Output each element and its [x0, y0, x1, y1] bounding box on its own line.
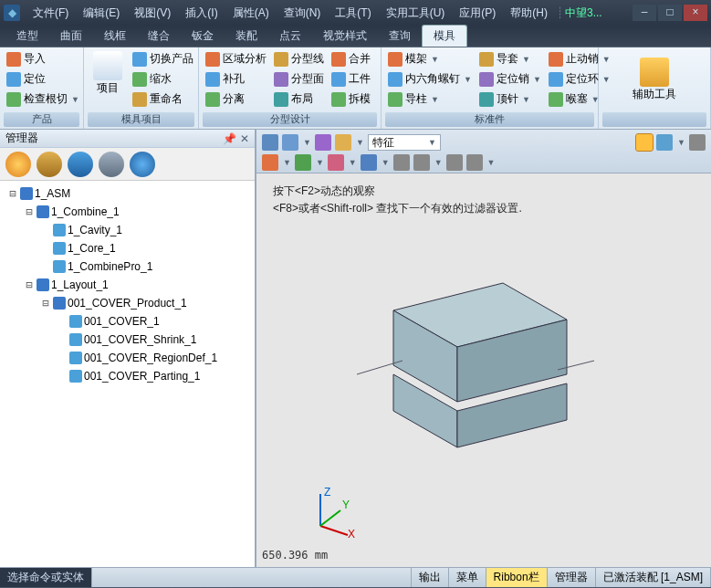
vp-tool-icon[interactable]: [466, 154, 483, 171]
ribbon-button[interactable]: 重命名: [130, 89, 196, 109]
ribbon-tab[interactable]: 线框: [93, 26, 137, 47]
ribbon-button[interactable]: 定位销▼: [476, 69, 544, 89]
ribbon-button[interactable]: 模架▼: [385, 49, 475, 68]
tree-node[interactable]: 1_Cavity_1: [4, 221, 251, 239]
menu-item[interactable]: 文件(F): [26, 4, 76, 23]
vp-tool-icon[interactable]: [295, 154, 311, 171]
tree-node[interactable]: 001_COVER_Shrink_1: [4, 331, 251, 349]
app-logo-icon: ◆: [4, 5, 20, 21]
status-tab[interactable]: 输出: [412, 568, 449, 587]
status-tab[interactable]: 管理器: [548, 568, 596, 587]
tree-node[interactable]: 001_COVER_Parting_1: [4, 367, 251, 385]
ribbon-button[interactable]: 导柱▼: [385, 89, 475, 109]
tree-node[interactable]: 1_Core_1: [4, 239, 251, 257]
ribbon-group-product: 导入定位检查根切▼ 产品: [0, 47, 84, 129]
tree-node[interactable]: 1_CombinePro_1: [4, 257, 251, 276]
close-panel-icon[interactable]: ✕: [240, 132, 249, 145]
filter-select[interactable]: 特征▼: [368, 134, 441, 151]
trophy-icon[interactable]: [37, 152, 62, 177]
status-tab[interactable]: Ribbon栏: [486, 568, 548, 587]
tree-node[interactable]: 001_COVER_RegionDef_1: [4, 349, 251, 367]
ribbon-button[interactable]: 合并: [329, 49, 373, 68]
node-label: 001_COVER_RegionDef_1: [84, 352, 217, 364]
aux-tools-button[interactable]: 辅助工具: [627, 56, 682, 104]
ribbon-tab[interactable]: 查询: [378, 26, 422, 47]
vp-tool-icon[interactable]: [689, 134, 706, 151]
viewport-toolbar: ▼ ▼ 特征▼ ▼ ▼ ▼ ▼ ▼ ▼ ▼: [256, 130, 711, 173]
ribbon-tab[interactable]: 视觉样式: [312, 26, 378, 47]
maximize-button[interactable]: □: [658, 5, 682, 21]
menu-item[interactable]: 插入(I): [178, 4, 225, 23]
vp-tool-icon[interactable]: [361, 154, 377, 171]
group-label: [602, 112, 706, 127]
menu-item[interactable]: 工具(T): [328, 4, 378, 23]
vp-tool-icon[interactable]: [328, 154, 344, 171]
vp-tool-icon[interactable]: [335, 134, 351, 151]
canvas-3d[interactable]: 按下<F2>动态的观察 <F8>或者<Shift-roll> 查找下一个有效的过…: [256, 173, 711, 567]
pin-icon[interactable]: 📌: [223, 132, 236, 145]
ribbon-tab[interactable]: 造型: [5, 26, 49, 47]
ribbon-button[interactable]: 定位: [4, 69, 82, 89]
tree-node[interactable]: ⊟1_Combine_1: [4, 203, 251, 221]
menu-item[interactable]: 属性(A): [225, 4, 277, 23]
menu-item[interactable]: 查询(N): [277, 4, 329, 23]
ribbon-button[interactable]: 布局: [271, 89, 327, 109]
tree-node[interactable]: ⊟001_COVER_Product_1: [4, 294, 251, 312]
expand-icon[interactable]: ⊟: [7, 187, 18, 200]
ribbon-button[interactable]: 导套▼: [476, 49, 544, 68]
menu-item[interactable]: 实用工具(U): [379, 4, 453, 23]
tool-icon: [331, 52, 346, 67]
tool-icon: [549, 52, 563, 67]
glasses-icon[interactable]: [99, 152, 124, 177]
project-button[interactable]: 项目: [88, 49, 128, 98]
vp-tool-icon[interactable]: [315, 134, 331, 151]
assembly-tree[interactable]: ⊟1_ASM⊟1_Combine_11_Cavity_11_Core_11_Co…: [0, 181, 255, 567]
vp-tool-icon[interactable]: [446, 154, 463, 171]
tree-node[interactable]: ⊟1_ASM: [4, 184, 251, 203]
ribbon-button[interactable]: 分型线: [271, 49, 327, 68]
menu-item[interactable]: 应用(P): [452, 4, 503, 23]
menu-item[interactable]: 视图(V): [127, 4, 178, 23]
menu-item[interactable]: 帮助(H): [503, 4, 555, 23]
titlebar: ◆ 文件(F)编辑(E)视图(V)插入(I)属性(A)查询(N)工具(T)实用工…: [0, 0, 711, 26]
vp-tool-icon[interactable]: [393, 154, 410, 171]
ribbon-button[interactable]: 区域分析: [203, 49, 269, 68]
ribbon-button[interactable]: 分型面: [271, 69, 327, 89]
ribbon-button[interactable]: 拆模: [329, 89, 373, 109]
vp-tool-icon[interactable]: [262, 134, 278, 151]
vp-tool-icon[interactable]: [262, 154, 278, 171]
cube-icon[interactable]: [656, 134, 673, 151]
ribbon-button[interactable]: 切换产品: [130, 49, 196, 68]
minimize-button[interactable]: –: [633, 5, 656, 21]
ribbon-tab[interactable]: 曲面: [49, 26, 93, 47]
ribbon-button[interactable]: 缩水: [130, 69, 196, 89]
expand-icon[interactable]: ⊟: [24, 278, 35, 291]
expand-icon[interactable]: ⊟: [24, 205, 35, 218]
vp-tool-icon[interactable]: [282, 134, 298, 151]
ribbon-tab[interactable]: 钣金: [181, 26, 225, 47]
ribbon-button[interactable]: 内六角螺钉▼: [385, 69, 475, 89]
close-button[interactable]: ×: [684, 5, 707, 21]
ribbon-button[interactable]: 补孔: [203, 69, 269, 89]
vp-tool-icon[interactable]: [413, 154, 430, 171]
status-tab[interactable]: 菜单: [449, 568, 486, 587]
menu-item[interactable]: 编辑(E): [76, 4, 127, 23]
sphere-icon[interactable]: [130, 152, 155, 177]
ribbon-button[interactable]: 顶针▼: [476, 89, 544, 109]
tree-node[interactable]: ⊟1_Layout_1: [4, 276, 251, 294]
ribbon-tab[interactable]: 模具: [422, 25, 467, 47]
ribbon-tab[interactable]: 点云: [268, 26, 312, 47]
ribbon-button[interactable]: 工件: [329, 69, 373, 89]
ribbon-tab[interactable]: 缝合: [137, 26, 181, 47]
ribbon-button[interactable]: 导入: [4, 49, 82, 68]
tree-node[interactable]: 001_COVER_1: [4, 312, 251, 331]
expand-icon[interactable]: ⊟: [40, 297, 51, 310]
ribbon-tab[interactable]: 装配: [225, 26, 268, 47]
ribbon-button[interactable]: 检查根切▼: [4, 89, 82, 109]
ribbon-button[interactable]: 分离: [203, 89, 269, 109]
node-label: 001_COVER_1: [84, 315, 160, 328]
node-label: 1_Cavity_1: [68, 224, 122, 236]
vp-tool-icon[interactable]: [636, 134, 653, 151]
layers-icon[interactable]: [68, 152, 93, 177]
globe-icon[interactable]: [5, 152, 31, 177]
